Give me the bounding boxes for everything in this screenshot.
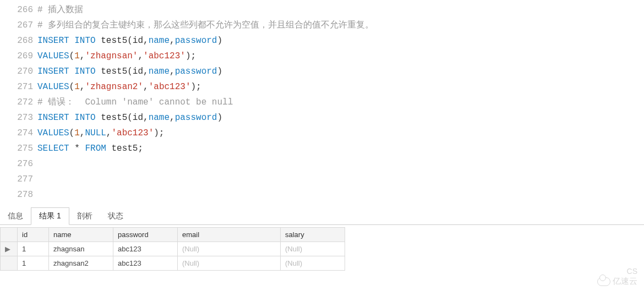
cell[interactable]: zhagnsan2 [49, 256, 113, 271]
code-token: 1 [74, 82, 80, 92]
row-marker [1, 256, 18, 271]
code-token: # 多列组合的复合主键约束，那么这些列都不允许为空值，并且组合的值不允许重复。 [37, 20, 374, 30]
line-number: 277 [0, 172, 33, 187]
code-token: ); [190, 82, 201, 92]
code-token: test5(id, [96, 36, 149, 46]
code-token: 'abc123' [143, 51, 185, 61]
line-number: 267 [0, 18, 33, 33]
code-token: SELECT [37, 144, 69, 153]
col-header-password[interactable]: password [113, 228, 178, 242]
line-number: 275 [0, 141, 33, 156]
code-token: 1 [74, 128, 80, 138]
code-token: ) [217, 36, 222, 46]
cell[interactable]: 1 [18, 256, 49, 271]
code-line[interactable]: # 插入数据 [37, 2, 644, 18]
code-token: ) [217, 113, 222, 123]
result-grid[interactable]: id name password email salary ▶1zhagnsan… [0, 227, 345, 271]
col-header-name[interactable]: name [49, 228, 113, 242]
result-tabs: 信息 结果 1 剖析 状态 [0, 207, 644, 225]
tab-status[interactable]: 状态 [100, 208, 131, 224]
line-number: 268 [0, 33, 33, 48]
code-token: , [143, 82, 149, 92]
code-token: VALUES [37, 128, 69, 138]
code-token: # 插入数据 [37, 5, 83, 15]
code-token: ); [154, 128, 164, 138]
line-number: 270 [0, 64, 33, 79]
code-token: VALUES [37, 82, 69, 92]
code-area[interactable]: # 插入数据# 多列组合的复合主键约束，那么这些列都不允许为空值，并且组合的值不… [37, 2, 644, 202]
code-token: INSERT [37, 113, 69, 123]
code-token: INTO [74, 36, 95, 46]
grid-header-row: id name password email salary [1, 228, 345, 242]
table-row[interactable]: ▶1zhagnsanabc123(Null)(Null) [1, 242, 345, 256]
code-token: 1 [74, 51, 80, 61]
code-line[interactable]: VALUES(1,'zhagnsan','abc123'); [37, 48, 644, 64]
cell[interactable]: abc123 [113, 256, 178, 271]
row-header-blank [1, 228, 18, 242]
code-token: ); [185, 51, 196, 61]
line-number: 273 [0, 110, 33, 125]
code-token: * [69, 144, 85, 153]
code-line[interactable]: INSERT INTO test5(id,name,password) [37, 33, 644, 48]
code-line[interactable]: INSERT INTO test5(id,name,password) [37, 110, 644, 125]
watermark-cs: CS [627, 267, 637, 276]
code-line[interactable]: VALUES(1,NULL,'abc123'); [37, 125, 644, 141]
cell[interactable]: (Null) [178, 256, 281, 271]
code-token: 'zhagnsan2' [85, 82, 143, 92]
tab-info[interactable]: 信息 [0, 208, 31, 224]
cell[interactable]: zhagnsan [49, 242, 113, 256]
code-token: name [149, 113, 170, 123]
col-header-email[interactable]: email [178, 228, 281, 242]
code-line[interactable]: # 多列组合的复合主键约束，那么这些列都不允许为空值，并且组合的值不允许重复。 [37, 18, 644, 33]
code-line[interactable]: SELECT * FROM test5; [37, 141, 644, 156]
code-token: INTO [74, 67, 95, 76]
line-number: 272 [0, 95, 33, 110]
code-token: ) [217, 67, 222, 76]
code-token: , [80, 51, 85, 61]
code-token: , [170, 67, 175, 76]
code-token: , [106, 128, 112, 138]
code-token: , [138, 51, 143, 61]
code-token: INTO [74, 113, 95, 123]
line-number: 271 [0, 79, 33, 95]
code-line[interactable]: VALUES(1,'zhagnsan2','abc123'); [37, 79, 644, 95]
code-token: # 错误： Column 'name' cannot be null [37, 97, 233, 107]
code-token: 'abc123' [111, 128, 154, 138]
code-token: VALUES [37, 51, 69, 61]
code-token: NULL [85, 128, 106, 138]
line-number: 269 [0, 48, 33, 64]
code-token: test5; [106, 144, 143, 153]
code-token: 'zhagnsan' [85, 51, 138, 61]
code-token: name [149, 36, 170, 46]
line-number-gutter: 266267268269270271272273274275276277278 [0, 2, 37, 202]
code-editor[interactable]: 266267268269270271272273274275276277278 … [0, 0, 644, 202]
code-token: 'abc123' [149, 82, 191, 92]
code-token: , [170, 113, 175, 123]
code-token: , [80, 82, 85, 92]
code-line[interactable]: # 错误： Column 'name' cannot be null [37, 95, 644, 110]
cell[interactable]: abc123 [113, 242, 178, 256]
code-token [69, 67, 75, 76]
col-header-id[interactable]: id [18, 228, 49, 242]
table-row[interactable]: 1zhagnsan2abc123(Null)(Null) [1, 256, 345, 271]
row-marker: ▶ [1, 242, 18, 256]
cell[interactable]: (Null) [281, 242, 345, 256]
code-token: test5(id, [96, 67, 149, 76]
code-token: password [175, 67, 217, 76]
tab-profile[interactable]: 剖析 [69, 208, 100, 224]
code-line[interactable]: INSERT INTO test5(id,name,password) [37, 64, 644, 79]
code-token: ( [69, 82, 75, 92]
watermark-text: 亿速云 [613, 276, 637, 287]
cell[interactable]: 1 [18, 242, 49, 256]
cell[interactable]: (Null) [281, 256, 345, 271]
col-header-salary[interactable]: salary [281, 228, 345, 242]
cell[interactable]: (Null) [178, 242, 281, 256]
tab-result-1[interactable]: 结果 1 [31, 207, 69, 225]
line-number: 274 [0, 125, 33, 141]
code-token: name [149, 67, 170, 76]
code-token: password [175, 113, 217, 123]
code-token: FROM [85, 144, 106, 153]
code-token: , [80, 128, 85, 138]
line-number: 276 [0, 156, 33, 172]
code-token: ( [69, 51, 75, 61]
